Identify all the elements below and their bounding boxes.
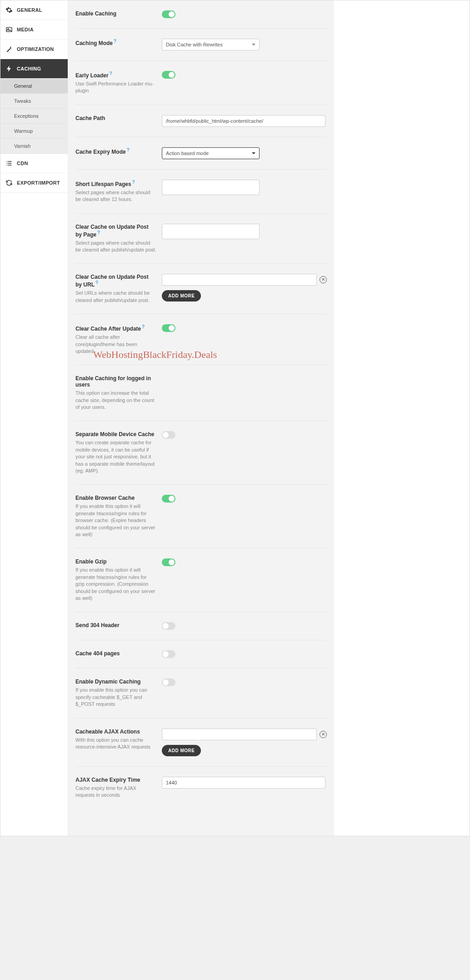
nav-caching[interactable]: CACHING: [0, 59, 68, 79]
label-dynamic: Enable Dynamic Caching: [75, 678, 140, 685]
desc-early-loader: Use Swift Performance Loader mu-plugin: [75, 80, 156, 95]
toggle-enable-caching[interactable]: [162, 10, 175, 18]
desc-dynamic: If you enable this option you can specif…: [75, 687, 156, 708]
help-icon[interactable]: ?: [114, 39, 116, 44]
desc-update-by-page: Select pages where cache should be clear…: [75, 240, 156, 254]
toggle-browser-cache[interactable]: [162, 495, 175, 503]
label-cache-path: Cache Path: [75, 115, 105, 121]
desc-logged-in: This option can increase the total cache…: [75, 390, 156, 411]
refresh-icon: [5, 179, 13, 187]
desc-gzip: If you enable this option it will genera…: [75, 567, 156, 602]
subnav-tweaks[interactable]: Tweaks: [0, 94, 68, 109]
desc-ajax-actions: With this option you can cache resource-…: [75, 737, 156, 751]
label-after-update: Clear Cache After Update: [75, 326, 141, 332]
label-short-lifespan: Short Lifespan Pages: [75, 181, 131, 187]
nav-optimization[interactable]: OPTIMIZATION: [0, 40, 68, 59]
label-enable-caching: Enable Caching: [75, 10, 116, 17]
help-icon[interactable]: ?: [97, 230, 100, 235]
label-update-by-page: Clear Cache on Update Post by Page: [75, 224, 149, 238]
nav-label: OPTIMIZATION: [17, 46, 54, 52]
label-cache-404: Cache 404 pages: [75, 650, 120, 657]
label-gzip: Enable Gzip: [75, 558, 107, 565]
input-ajax-expiry[interactable]: [162, 777, 325, 789]
input-ajax-actions[interactable]: [162, 729, 317, 740]
toggle-mobile[interactable]: [162, 431, 175, 439]
gear-icon: [5, 6, 13, 14]
nav-general[interactable]: GENERAL: [0, 0, 68, 20]
help-icon[interactable]: ?: [110, 71, 112, 76]
desc-update-by-url: Set URLs where cache should be cleared a…: [75, 290, 156, 304]
bolt-icon: [5, 65, 13, 73]
remove-icon[interactable]: ✕: [320, 731, 327, 738]
input-short-lifespan[interactable]: [162, 180, 260, 195]
nav-label: EXPORT/IMPORT: [17, 180, 60, 186]
help-icon[interactable]: ?: [95, 280, 98, 285]
label-logged-in: Enable Caching for logged in users: [75, 375, 151, 388]
toggle-early-loader[interactable]: [162, 71, 175, 79]
label-expiry-mode: Cache Expiry Mode: [75, 149, 126, 155]
label-ajax-expiry: AJAX Cache Expiry Time: [75, 777, 140, 783]
nav-media[interactable]: MEDIA: [0, 20, 68, 40]
subnav-general[interactable]: General: [0, 79, 68, 94]
desc-after-update: Clear all cache after core/plugin/theme …: [75, 334, 156, 355]
label-caching-mode: Caching Mode: [75, 40, 113, 46]
label-mobile: Separate Mobile Device Cache: [75, 431, 154, 437]
input-update-by-page[interactable]: [162, 224, 260, 239]
label-update-by-url: Clear Cache on Update Post by URL: [75, 274, 149, 288]
nav-label: GENERAL: [17, 7, 42, 13]
desc-browser-cache: If you enable this option it will genera…: [75, 503, 156, 538]
label-early-loader: Early Loader: [75, 72, 109, 79]
nav-label: CDN: [17, 161, 28, 166]
subnav-exceptions[interactable]: Exceptions: [0, 109, 68, 124]
select-expiry-mode[interactable]: Action based mode: [162, 147, 260, 159]
nav-label: MEDIA: [17, 27, 34, 32]
help-icon[interactable]: ?: [127, 147, 130, 152]
nav-cdn[interactable]: CDN: [0, 154, 68, 173]
select-caching-mode[interactable]: Disk Cache with Rewrites: [162, 39, 260, 50]
help-icon[interactable]: ?: [132, 180, 135, 185]
input-cache-path[interactable]: [162, 115, 325, 127]
add-more-button[interactable]: ADD MORE: [162, 290, 201, 302]
input-update-by-url[interactable]: [162, 274, 317, 286]
label-browser-cache: Enable Browser Cache: [75, 495, 135, 501]
toggle-after-update[interactable]: [162, 324, 175, 332]
settings-panel: WebHostingBlackFriday.Deals Enable Cachi…: [68, 0, 334, 836]
nav-export-import[interactable]: EXPORT/IMPORT: [0, 173, 68, 193]
label-ajax-actions: Cacheable AJAX Actions: [75, 729, 140, 735]
remove-icon[interactable]: ✕: [320, 276, 327, 283]
desc-ajax-expiry: Cache expiry time for AJAX requests in s…: [75, 785, 156, 799]
wand-icon: [5, 45, 13, 53]
subnav-warmup[interactable]: Warmup: [0, 124, 68, 139]
list-icon: [5, 159, 13, 167]
toggle-gzip[interactable]: [162, 558, 175, 566]
toggle-cache-404[interactable]: [162, 650, 175, 658]
help-icon[interactable]: ?: [142, 324, 145, 329]
add-more-button[interactable]: ADD MORE: [162, 745, 201, 756]
sidebar: GENERAL MEDIA OPTIMIZATION CACHING Gener…: [0, 0, 68, 836]
desc-short-lifespan: Select pages where cache should be clear…: [75, 189, 156, 203]
image-icon: [5, 25, 13, 34]
toggle-send-304[interactable]: [162, 622, 175, 630]
label-send-304: Send 304 Header: [75, 622, 120, 628]
toggle-dynamic[interactable]: [162, 678, 175, 686]
desc-mobile: You can create separate cache for mobile…: [75, 439, 156, 474]
nav-label: CACHING: [17, 66, 41, 71]
subnav-varnish[interactable]: Varnish: [0, 139, 68, 154]
